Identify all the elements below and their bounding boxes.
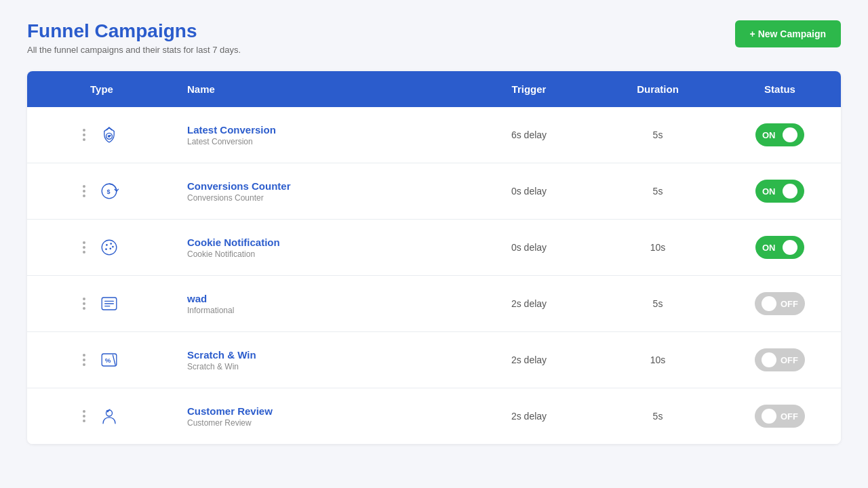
row-trigger-cell: 2s delay — [461, 285, 597, 323]
col-duration-header: Duration — [597, 71, 719, 107]
row-name-cell: Latest Conversion Latest Conversion — [176, 110, 461, 160]
svg-point-5 — [106, 244, 108, 246]
row-title: Latest Conversion — [187, 124, 450, 136]
row-name-cell: wad Informational — [176, 279, 461, 329]
row-duration-cell: 5s — [597, 116, 719, 154]
status-toggle[interactable]: ON — [755, 180, 804, 203]
row-duration-cell: 5s — [597, 172, 719, 210]
status-toggle[interactable]: ON — [755, 123, 804, 146]
row-menu-dots[interactable] — [80, 126, 88, 144]
toggle-label: OFF — [781, 355, 798, 365]
row-title: wad — [187, 293, 450, 304]
conversions-counter-icon: $ — [95, 177, 123, 205]
status-toggle[interactable]: ON — [755, 236, 804, 259]
row-status-cell: OFF — [719, 391, 841, 441]
svg-point-4 — [102, 240, 117, 255]
svg-point-9 — [112, 246, 114, 248]
svg-point-7 — [105, 248, 107, 250]
toggle-label: OFF — [781, 299, 798, 309]
toggle-label: ON — [762, 243, 776, 253]
row-type-cell — [27, 220, 176, 275]
svg-point-8 — [109, 247, 111, 249]
toggle-circle — [762, 352, 776, 367]
col-status-header: Status — [719, 71, 841, 107]
row-type-cell: $ — [27, 163, 176, 219]
row-duration-cell: 10s — [597, 341, 719, 379]
row-menu-dots[interactable] — [80, 182, 88, 200]
table-row: Latest Conversion Latest Conversion 6s d… — [27, 107, 841, 163]
svg-text:$: $ — [106, 188, 110, 195]
cookie-notification-icon — [95, 233, 123, 262]
svg-point-6 — [110, 243, 112, 245]
table-row: $ Conversions Counter Conversions Counte… — [27, 163, 841, 220]
row-status-cell: ON — [719, 166, 841, 216]
row-subtitle: Scratch & Win — [187, 362, 450, 371]
latest-conversion-icon — [95, 121, 123, 149]
row-trigger-cell: 6s delay — [461, 116, 597, 154]
row-type-cell — [27, 388, 176, 444]
row-trigger-cell: 2s delay — [461, 397, 597, 435]
page-title: Funnel Campaigns — [27, 20, 241, 42]
row-subtitle: Conversions Counter — [187, 193, 450, 203]
col-trigger-header: Trigger — [461, 71, 597, 107]
row-status-cell: ON — [719, 222, 841, 272]
campaigns-table: Type Name Trigger Duration Status — [27, 71, 841, 444]
row-duration-cell: 5s — [597, 397, 719, 435]
table-row: Customer Review Customer Review 2s delay… — [27, 388, 841, 444]
toggle-circle — [783, 240, 797, 255]
row-title: Customer Review — [187, 405, 450, 417]
page-subtitle: All the funnel campaigns and their stats… — [27, 45, 241, 55]
row-subtitle: Cookie Notification — [187, 249, 450, 259]
row-menu-dots[interactable] — [80, 351, 88, 369]
row-title: Scratch & Win — [187, 349, 450, 361]
row-trigger-cell: 0s delay — [461, 172, 597, 210]
row-status-cell: ON — [719, 110, 841, 160]
row-type-cell — [27, 107, 176, 163]
row-status-cell: OFF — [719, 279, 841, 329]
toggle-circle — [783, 127, 797, 142]
row-name-cell: Cookie Notification Cookie Notification — [176, 223, 461, 272]
customer-review-icon — [95, 402, 123, 430]
row-name-cell: Scratch & Win Scratch & Win — [176, 336, 461, 385]
row-subtitle: Latest Conversion — [187, 137, 450, 146]
row-title: Cookie Notification — [187, 237, 450, 248]
table-row: Cookie Notification Cookie Notification … — [27, 220, 841, 276]
row-menu-dots[interactable] — [80, 239, 88, 256]
row-title: Conversions Counter — [187, 180, 450, 192]
table-header: Type Name Trigger Duration Status — [27, 71, 841, 107]
row-name-cell: Customer Review Customer Review — [176, 392, 461, 441]
scratch-win-icon: % — [95, 346, 123, 374]
toggle-label: ON — [762, 186, 776, 197]
table-row: % Scratch & Win Scratch & Win 2s delay 1… — [27, 332, 841, 388]
col-type-header: Type — [27, 71, 176, 107]
toggle-circle — [762, 409, 776, 424]
status-toggle[interactable]: OFF — [755, 405, 805, 428]
row-subtitle: Informational — [187, 306, 450, 315]
row-name-cell: Conversions Counter Conversions Counter — [176, 167, 461, 216]
row-duration-cell: 5s — [597, 285, 719, 323]
new-campaign-button[interactable]: + New Campaign — [735, 20, 841, 47]
status-toggle[interactable]: OFF — [755, 348, 805, 371]
row-menu-dots[interactable] — [80, 295, 88, 312]
informational-icon — [95, 289, 123, 318]
row-menu-dots[interactable] — [80, 407, 88, 425]
row-subtitle: Customer Review — [187, 418, 450, 428]
col-name-header: Name — [176, 71, 461, 107]
table-row: wad Informational 2s delay 5s OFF — [27, 276, 841, 332]
row-type-cell — [27, 276, 176, 331]
svg-point-1 — [108, 135, 111, 138]
row-trigger-cell: 0s delay — [461, 228, 597, 266]
row-type-cell: % — [27, 332, 176, 388]
toggle-label: OFF — [781, 411, 798, 422]
row-status-cell: OFF — [719, 335, 841, 385]
page-header: Funnel Campaigns All the funnel campaign… — [27, 20, 841, 55]
toggle-label: ON — [762, 130, 776, 140]
toggle-circle — [762, 296, 776, 311]
row-duration-cell: 10s — [597, 228, 719, 266]
svg-text:%: % — [105, 357, 111, 364]
status-toggle[interactable]: OFF — [755, 292, 805, 315]
row-trigger-cell: 2s delay — [461, 341, 597, 379]
toggle-circle — [783, 184, 797, 199]
